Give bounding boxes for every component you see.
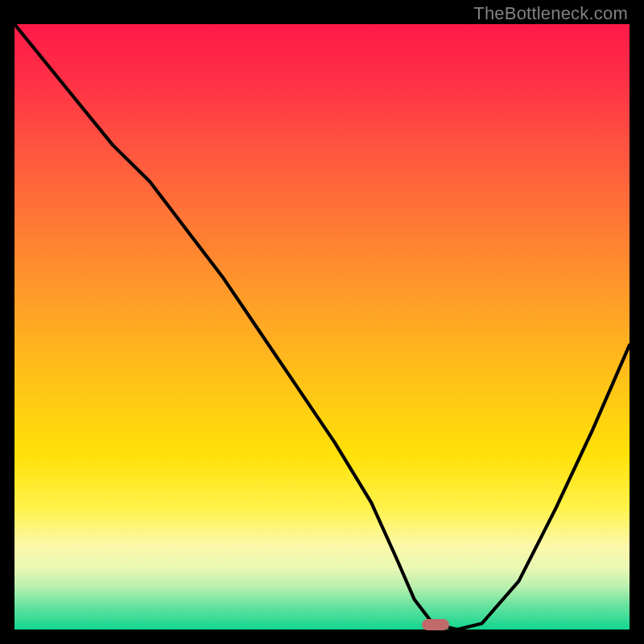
plot-area — [14, 24, 630, 630]
bottleneck-curve — [14, 24, 630, 630]
curve-path — [14, 24, 630, 630]
optimum-marker — [422, 619, 449, 630]
watermark-label: TheBottleneck.com — [473, 3, 628, 24]
chart-frame: TheBottleneck.com — [0, 0, 644, 644]
